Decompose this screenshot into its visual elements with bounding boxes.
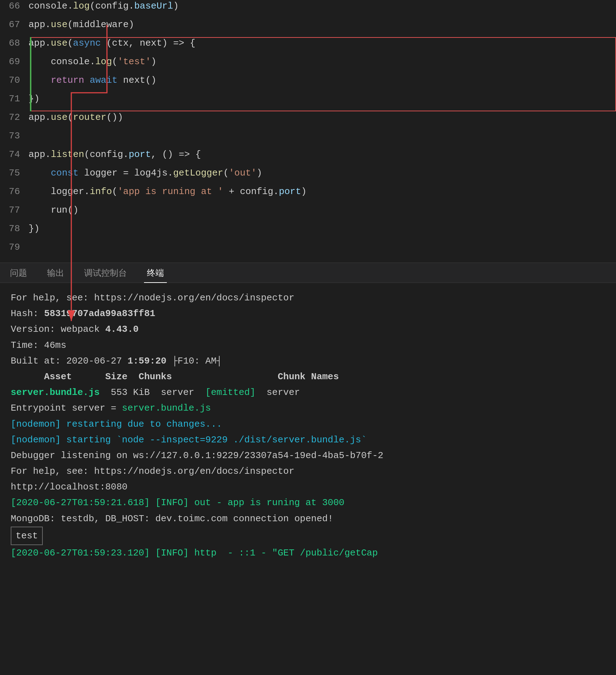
line-number: 74 [0,149,29,160]
terminal-line: Debugger listening on ws://127.0.0.1:922… [11,448,605,463]
code-line: 71}) [0,93,616,111]
terminal-line: http://localhost:8080 [11,479,605,495]
code-content: app.use(async (ctx, next) => { [29,38,616,49]
tab-item[interactable]: 终端 [144,263,167,283]
terminal-line: server.bundle.js 553 KiB server [emitted… [11,385,605,400]
code-line: 73 [0,130,616,148]
code-content: run() [29,205,616,215]
code-content: console.log('test') [29,56,616,67]
code-line: 78}) [0,223,616,241]
terminal-content: For help, see: https://nodejs.org/en/doc… [0,283,616,568]
terminal-line: Time: 46ms [11,338,605,353]
editor-container: 66console.log(config.baseUrl)67app.use(m… [0,0,616,260]
terminal-line: Asset Size Chunks Chunk Names [11,369,605,385]
line-number: 72 [0,112,29,123]
terminal-line: For help, see: https://nodejs.org/en/doc… [11,290,605,306]
line-number: 69 [0,56,29,67]
tab-item[interactable]: 问题 [7,263,30,283]
line-number: 77 [0,205,29,215]
code-line: 79 [0,241,616,260]
tab-bar: 问题输出调试控制台终端 [0,263,616,283]
code-content: }) [29,223,616,234]
code-content: app.use(router()) [29,112,616,123]
code-line: 68app.use(async (ctx, next) => { [0,37,616,56]
green-left-indicator [30,37,31,111]
line-number: 73 [0,131,29,141]
code-content [29,242,616,253]
line-number: 71 [0,93,29,104]
terminal-line: Version: webpack 4.43.0 [11,321,605,337]
terminal-line: [2020-06-27T01:59:21.618] [INFO] out - a… [11,495,605,511]
line-number: 70 [0,75,29,86]
code-editor: 66console.log(config.baseUrl)67app.use(m… [0,0,616,260]
code-content: return await next() [29,75,616,86]
line-number: 67 [0,19,29,30]
code-line: 67app.use(middleware) [0,19,616,37]
code-line: 72app.use(router()) [0,111,616,130]
code-content: const logger = log4js.getLogger('out') [29,168,616,178]
terminal-panel: 问题输出调试控制台终端 For help, see: https://nodej… [0,263,616,568]
line-number: 75 [0,168,29,178]
code-line: 76 logger.info('app is runing at ' + con… [0,186,616,204]
highlighted-block: 68app.use(async (ctx, next) => {69 conso… [0,37,616,111]
line-number: 78 [0,223,29,234]
terminal-line: [nodemon] restarting due to changes... [11,416,605,432]
terminal-line: Entrypoint server = server.bundle.js [11,400,605,416]
code-content: console.log(config.baseUrl) [29,1,616,11]
terminal-line: [2020-06-27T01:59:23.120] [INFO] http - … [11,545,605,561]
tab-item[interactable]: 输出 [44,263,67,283]
terminal-line: MongoDB: testdb, DB_HOST: dev.toimc.com … [11,511,605,527]
code-line: 75 const logger = log4js.getLogger('out'… [0,167,616,186]
code-content: }) [29,93,616,104]
test-box: test [11,527,43,545]
code-content [29,131,616,141]
terminal-line: [nodemon] starting `node --inspect=9229 … [11,432,605,448]
terminal-line: test [11,527,605,545]
code-line: 69 console.log('test') [0,56,616,74]
terminal-line: For help, see: https://nodejs.org/en/doc… [11,463,605,479]
line-number: 79 [0,242,29,253]
tab-item[interactable]: 调试控制台 [81,263,130,283]
code-line: 70 return await next() [0,74,616,93]
line-number: 66 [0,1,29,11]
line-number: 68 [0,38,29,49]
code-line: 66console.log(config.baseUrl) [0,0,616,19]
code-content: logger.info('app is runing at ' + config… [29,186,616,197]
code-line: 77 run() [0,204,616,223]
code-content: app.use(middleware) [29,19,616,30]
terminal-line: Built at: 2020-06-27 1:59:20 ├F10: AM┤ [11,353,605,369]
terminal-line: Hash: 58319707ada99a83ff81 [11,306,605,321]
code-content: app.listen(config.port, () => { [29,149,616,160]
line-number: 76 [0,186,29,197]
code-line: 74app.listen(config.port, () => { [0,148,616,167]
